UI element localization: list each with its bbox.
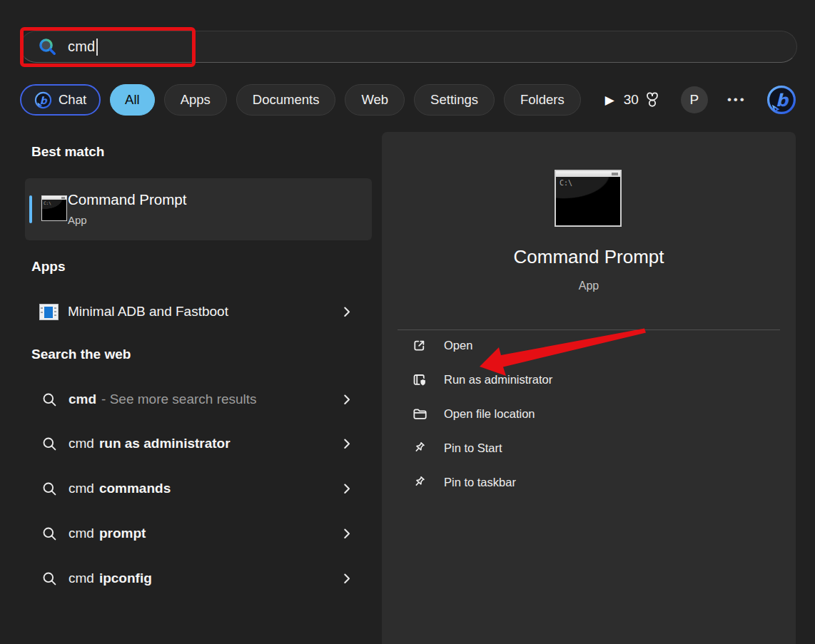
action-open[interactable]: Open: [395, 328, 783, 362]
best-match-result[interactable]: C:\ Command Prompt App: [25, 178, 372, 240]
tab-folders[interactable]: Folders: [504, 84, 581, 116]
more-filters-arrow-icon[interactable]: ▶: [605, 93, 614, 108]
suggestion-completion: prompt: [99, 526, 146, 541]
tab-settings[interactable]: Settings: [414, 84, 495, 116]
action-run-as-administrator[interactable]: Run as administrator: [395, 362, 783, 397]
tab-all[interactable]: All: [110, 84, 155, 116]
open-external-icon: [412, 338, 427, 353]
windows-search-icon: [38, 37, 57, 56]
chevron-right-icon: [340, 572, 353, 585]
tab-label: Web: [361, 92, 388, 108]
suggestion-query: cmd: [69, 571, 94, 586]
points-count: 30: [624, 92, 639, 108]
command-prompt-icon: C:\: [555, 170, 622, 227]
command-prompt-icon: C:\: [41, 195, 67, 221]
suggestion-query: cmd: [69, 526, 94, 541]
folder-icon: [412, 407, 427, 421]
tab-label: Apps: [181, 92, 211, 108]
suggestion-query: cmd: [69, 481, 94, 496]
tab-apps[interactable]: Apps: [164, 84, 227, 116]
tabs-right-cluster: 30 P ••• b: [624, 84, 797, 116]
tab-web[interactable]: Web: [345, 84, 405, 116]
section-header-best-match: Best match: [31, 144, 104, 160]
web-suggestion-see-more[interactable]: cmd - See more search results: [25, 382, 372, 417]
pin-icon: [412, 475, 427, 490]
action-open-file-location[interactable]: Open file location: [395, 397, 783, 431]
action-label: Open: [444, 339, 472, 352]
bing-icon[interactable]: b: [766, 84, 797, 116]
text-caret: [96, 39, 98, 56]
chevron-right-icon: [340, 393, 353, 406]
installer-app-icon: [39, 304, 59, 320]
search-icon: [41, 481, 58, 497]
web-suggestion-ipconfig[interactable]: cmd ipconfig: [25, 561, 372, 596]
bing-chat-icon: b: [34, 91, 52, 109]
tab-label: All: [125, 92, 140, 108]
tab-label: Settings: [430, 92, 478, 108]
admin-shield-icon: [412, 372, 427, 387]
suggestion-query: cmd: [69, 392, 96, 407]
preview-pane: C:\ Command Prompt App Open Run as admin…: [382, 132, 796, 644]
result-title: Command Prompt: [68, 191, 186, 208]
more-options-icon[interactable]: •••: [727, 93, 746, 107]
action-label: Pin to taskbar: [444, 476, 516, 489]
tab-label: Documents: [253, 92, 320, 108]
preview-subtitle: App: [382, 280, 796, 292]
web-suggestion-prompt[interactable]: cmd prompt: [25, 516, 372, 551]
chevron-right-icon: [340, 527, 353, 540]
search-icon: [41, 526, 58, 542]
selection-indicator: [29, 195, 32, 223]
account-avatar[interactable]: P: [681, 86, 708, 113]
preview-title: Command Prompt: [382, 246, 796, 268]
suggestion-completion: run as administrator: [99, 436, 231, 451]
tab-label: Chat: [59, 92, 86, 108]
search-value: cmd: [68, 39, 95, 55]
avatar-initial: P: [690, 92, 699, 108]
search-icon: [41, 392, 58, 408]
suggestion-completion: ipconfig: [99, 571, 152, 586]
section-header-apps: Apps: [31, 259, 66, 275]
search-input[interactable]: cmd: [20, 31, 797, 63]
search-filter-tabs: b Chat All Apps Documents Web Settings F…: [20, 83, 789, 116]
action-label: Open file location: [444, 407, 535, 421]
tab-documents[interactable]: Documents: [236, 84, 336, 116]
chevron-right-icon: [340, 305, 353, 318]
action-label: Pin to Start: [444, 441, 502, 455]
tab-chat[interactable]: b Chat: [20, 84, 101, 116]
suggestion-query: cmd: [69, 436, 94, 451]
search-icon: [41, 571, 58, 587]
pin-icon: [412, 441, 427, 456]
app-result-label: Minimal ADB and Fastboot: [68, 304, 228, 320]
rewards-medal-icon: [643, 91, 662, 109]
search-icon: [41, 436, 58, 452]
web-suggestion-commands[interactable]: cmd commands: [25, 471, 372, 506]
app-result-minimal-adb[interactable]: Minimal ADB and Fastboot: [25, 294, 372, 329]
suggestion-completion: commands: [99, 481, 171, 496]
windows-search-flyout: cmd b Chat All Apps Documents Web Settin…: [0, 0, 815, 644]
svg-text:b: b: [776, 91, 789, 111]
action-pin-to-taskbar[interactable]: Pin to taskbar: [395, 465, 783, 499]
chevron-right-icon: [340, 482, 353, 495]
chevron-right-icon: [340, 437, 353, 450]
web-suggestion-run-as-admin[interactable]: cmd run as administrator: [25, 426, 372, 461]
tab-label: Folders: [520, 92, 565, 108]
action-label: Run as administrator: [444, 373, 552, 387]
section-header-search-web: Search the web: [31, 347, 131, 362]
svg-text:b: b: [40, 94, 48, 106]
action-pin-to-start[interactable]: Pin to Start: [395, 431, 783, 465]
result-subtitle: App: [68, 214, 87, 226]
rewards-points[interactable]: 30: [624, 91, 662, 109]
suggestion-completion: - See more search results: [101, 392, 257, 407]
